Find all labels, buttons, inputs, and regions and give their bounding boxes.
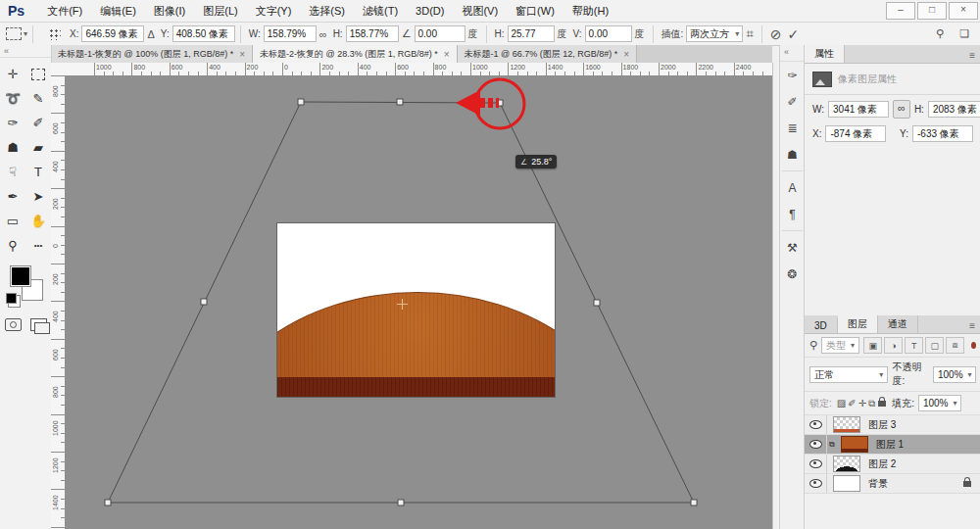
tab-通道[interactable]: 通道 [878,315,918,333]
link-wh-icon[interactable]: ∞ [893,100,910,119]
ruler-left[interactable]: 8006004002000200400600800100012001400160… [51,75,66,529]
cancel-transform-icon[interactable]: ⊘ [770,26,782,42]
clone-source-icon[interactable]: ☗ [780,141,805,168]
h-skew-input[interactable]: 25.77 [508,25,555,42]
x-input[interactable]: 646.59 像素 [81,25,144,42]
default-colors-icon[interactable] [6,293,17,304]
prop-y-input[interactable]: -633 像素 [912,125,973,142]
menu-item-图像(I)[interactable]: 图像(I) [145,0,194,22]
prop-x-input[interactable]: -874 像素 [825,125,886,142]
rectangular-marquee-tool[interactable] [25,62,51,86]
opacity-select[interactable]: 100%▾ [933,366,976,383]
edit-toolbar[interactable]: ••• [25,233,51,258]
visibility-toggle[interactable] [805,474,827,493]
canvas-area[interactable]: ∠ 25.8° [65,75,772,529]
quick-selection-tool[interactable]: ✎ [25,86,51,111]
layer-row[interactable]: 背景 [805,474,980,494]
filter-smart-object-icon[interactable]: ⧈ [946,337,964,354]
eraser-tool[interactable]: ▰ [25,135,51,160]
clone-stamp-tool[interactable]: ☗ [0,135,25,160]
filter-toggle[interactable] [971,342,976,349]
tool-presets-icon[interactable]: ⚒ [780,234,805,261]
tool-preset-picker[interactable]: ▾ [6,27,27,40]
type-tool[interactable]: T [25,160,51,184]
layer-row[interactable]: 图层 2 [805,455,980,474]
layer-row[interactable]: ⧉图层 1 [805,435,980,455]
fill-select[interactable]: 100%▾ [918,395,961,411]
relative-position-icon[interactable]: Δ [147,28,154,40]
prop-w-input[interactable]: 3041 像素 [828,101,889,118]
minimize-button[interactable]: – [886,2,915,20]
panel-menu-icon[interactable]: ≡ [969,50,980,63]
lock-transparency-icon[interactable]: ▨ [837,398,846,409]
menu-item-3D(D)[interactable]: 3D(D) [407,0,453,22]
libraries-icon[interactable]: ❂ [780,261,805,287]
menu-item-滤镜(T)[interactable]: 滤镜(T) [354,0,407,22]
visibility-toggle[interactable] [805,455,827,473]
lasso-tool[interactable]: ➰ [0,86,25,111]
document-tab[interactable]: 未标题-2-恢复的 @ 28.3% (图层 1, RGB/8#) *× [253,45,458,63]
menu-item-文字(Y)[interactable]: 文字(Y) [247,0,301,22]
commit-transform-icon[interactable]: ✓ [787,26,799,42]
lock-pixels-icon[interactable]: ✐ [848,398,856,409]
tab-图层[interactable]: 图层 [838,315,878,333]
rotation-input[interactable]: 0.00 [415,25,466,42]
height-input[interactable]: 158.77% [346,25,399,42]
y-input[interactable]: 408.50 像素 [172,25,235,42]
filter-pixel-icon[interactable]: ▣ [863,337,882,354]
workspace-icon[interactable]: ❏ [959,27,969,40]
menu-item-编辑(E)[interactable]: 编辑(E) [91,0,145,22]
panel-menu-icon[interactable]: ≡ [969,320,980,333]
ruler-top[interactable]: 1000800600400200020040060080010001200140… [65,63,772,76]
v-skew-input[interactable]: 0.00 [585,25,632,42]
prop-h-input[interactable]: 2083 像素 [928,101,980,118]
lock-all-icon[interactable] [878,401,886,407]
path-selection-tool[interactable]: ➤ [25,184,51,209]
paragraph-icon[interactable]: ¶ [780,201,805,227]
brush-tool[interactable]: ✐ [25,111,51,135]
filter-adjustment-icon[interactable]: ◑ [884,337,903,354]
brushes-icon[interactable]: ✑ [780,62,805,88]
foreground-color-swatch[interactable] [10,265,31,287]
tab-close-icon[interactable]: × [444,49,450,60]
eyedropper-tool[interactable]: ✑ [0,111,25,135]
blend-mode-select[interactable]: 正常▾ [809,366,888,383]
tab-3D[interactable]: 3D [805,318,838,333]
reference-point-locator[interactable] [48,27,61,40]
interpolation-select[interactable]: 两次立方▾ [686,25,743,42]
zoom-tool[interactable]: ⚲ [0,233,25,258]
brush-settings-icon[interactable]: ✐ [780,88,805,115]
warp-mode-icon[interactable]: ⌗ [746,26,753,42]
visibility-toggle[interactable] [805,435,827,454]
menu-item-文件(F)[interactable]: 文件(F) [38,0,91,22]
restore-button[interactable]: □ [917,2,947,20]
adjustments-icon[interactable]: ≣ [780,115,805,141]
document-tab[interactable]: 未标题-1-恢复的 @ 100% (图层 1, RGB/8#) *× [51,45,253,63]
panel-expand-button[interactable]: « [780,45,805,62]
hand-tool[interactable]: ✋ [25,209,51,233]
lock-artboard-icon[interactable]: ⧉ [868,398,875,409]
visibility-toggle[interactable] [805,415,827,434]
toolbar-collapse-button[interactable]: « [0,45,51,58]
layer-filter-select[interactable]: 类型▾ [821,337,859,354]
close-button[interactable]: × [949,2,978,20]
width-input[interactable]: 158.79% [264,25,317,42]
quick-mask-icon[interactable] [5,318,22,331]
tab-close-icon[interactable]: × [623,49,629,60]
rectangle-tool[interactable]: ▭ [0,209,25,233]
smudge-tool[interactable]: ☟ [0,160,25,184]
menu-item-选择(S)[interactable]: 选择(S) [300,0,354,22]
lock-position-icon[interactable]: ✛ [858,398,866,409]
screen-mode-icon[interactable] [30,318,47,331]
document-tab[interactable]: 未标题-1 @ 66.7% (图层 12, RGB/8#) *× [458,45,638,63]
filter-shape-icon[interactable]: ▢ [925,337,944,354]
menu-item-帮助(H)[interactable]: 帮助(H) [564,0,617,22]
pen-tool[interactable]: ✒ [0,184,25,209]
menu-item-图层(L)[interactable]: 图层(L) [194,0,246,22]
character-icon[interactable]: A [780,174,805,201]
move-tool[interactable]: ✛ [0,62,25,86]
layer-row[interactable]: 图层 3 [805,415,980,435]
tab-properties[interactable]: 属性 [805,45,845,63]
menu-item-视图(V)[interactable]: 视图(V) [453,0,507,22]
link-dimensions-icon[interactable]: ∞ [319,28,327,40]
